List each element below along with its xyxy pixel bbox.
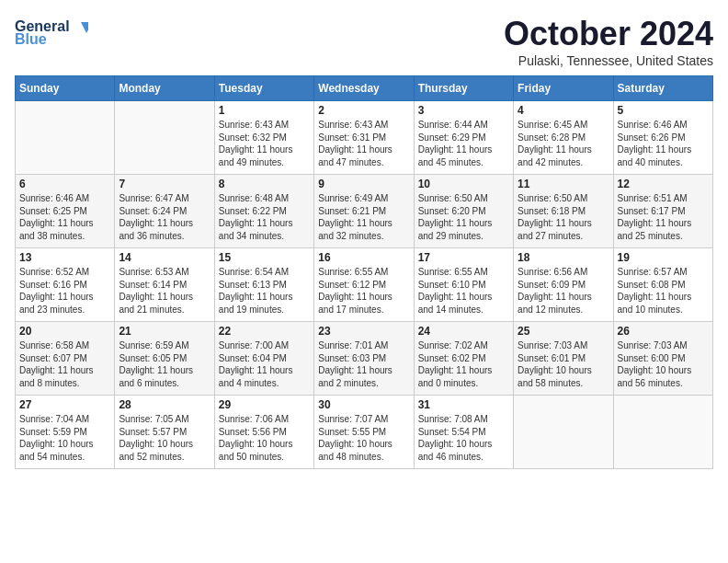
calendar-cell	[613, 396, 712, 469]
day-header-saturday: Saturday	[613, 76, 712, 101]
calendar-cell: 31Sunrise: 7:08 AM Sunset: 5:54 PM Dayli…	[414, 396, 513, 469]
day-number: 13	[19, 251, 110, 264]
day-number: 4	[518, 104, 609, 117]
calendar-cell: 20Sunrise: 6:58 AM Sunset: 6:07 PM Dayli…	[16, 322, 115, 396]
calendar-cell: 29Sunrise: 7:06 AM Sunset: 5:56 PM Dayli…	[214, 396, 313, 469]
day-number: 27	[19, 398, 110, 411]
day-info: Sunrise: 6:54 AM Sunset: 6:13 PM Dayligh…	[219, 266, 310, 316]
day-number: 20	[19, 325, 110, 338]
calendar-cell: 6Sunrise: 6:46 AM Sunset: 6:25 PM Daylig…	[16, 175, 115, 248]
day-info: Sunrise: 6:45 AM Sunset: 6:28 PM Dayligh…	[518, 119, 609, 168]
calendar-cell: 18Sunrise: 6:56 AM Sunset: 6:09 PM Dayli…	[514, 248, 613, 322]
calendar-cell: 16Sunrise: 6:55 AM Sunset: 6:12 PM Dayli…	[314, 248, 414, 322]
day-number: 3	[418, 104, 509, 117]
calendar-cell: 2Sunrise: 6:43 AM Sunset: 6:31 PM Daylig…	[314, 101, 414, 175]
day-info: Sunrise: 6:43 AM Sunset: 6:32 PM Dayligh…	[219, 119, 310, 168]
day-number: 8	[219, 178, 310, 190]
day-info: Sunrise: 6:44 AM Sunset: 6:29 PM Dayligh…	[418, 119, 509, 168]
calendar-cell: 22Sunrise: 7:00 AM Sunset: 6:04 PM Dayli…	[214, 322, 313, 396]
calendar-cell: 11Sunrise: 6:50 AM Sunset: 6:18 PM Dayli…	[514, 175, 613, 248]
day-number: 16	[318, 251, 409, 264]
day-number: 7	[119, 178, 210, 190]
day-info: Sunrise: 6:56 AM Sunset: 6:09 PM Dayligh…	[518, 266, 609, 316]
day-info: Sunrise: 7:07 AM Sunset: 5:55 PM Dayligh…	[318, 413, 409, 463]
day-number: 23	[318, 325, 409, 338]
location: Pulaski, Tennessee, United States	[504, 53, 713, 68]
day-info: Sunrise: 6:43 AM Sunset: 6:31 PM Dayligh…	[318, 119, 409, 168]
calendar-cell: 8Sunrise: 6:48 AM Sunset: 6:22 PM Daylig…	[214, 175, 313, 248]
day-info: Sunrise: 6:51 AM Sunset: 6:17 PM Dayligh…	[618, 192, 709, 242]
calendar-cell: 1Sunrise: 6:43 AM Sunset: 6:32 PM Daylig…	[214, 101, 313, 175]
day-number: 17	[418, 251, 509, 264]
day-info: Sunrise: 7:00 AM Sunset: 6:04 PM Dayligh…	[219, 339, 310, 389]
calendar-cell: 24Sunrise: 7:02 AM Sunset: 6:02 PM Dayli…	[414, 322, 513, 396]
day-number: 21	[119, 325, 210, 338]
week-row-3: 13Sunrise: 6:52 AM Sunset: 6:16 PM Dayli…	[16, 248, 713, 322]
day-header-tuesday: Tuesday	[214, 76, 313, 101]
calendar-cell: 21Sunrise: 6:59 AM Sunset: 6:05 PM Dayli…	[115, 322, 214, 396]
calendar-cell: 5Sunrise: 6:46 AM Sunset: 6:26 PM Daylig…	[613, 101, 712, 175]
day-info: Sunrise: 7:06 AM Sunset: 5:56 PM Dayligh…	[219, 413, 310, 463]
logo-icon: General Blue	[15, 15, 88, 48]
calendar-cell: 4Sunrise: 6:45 AM Sunset: 6:28 PM Daylig…	[514, 101, 613, 175]
svg-text:Blue: Blue	[15, 31, 47, 47]
day-header-thursday: Thursday	[414, 76, 513, 101]
calendar-cell: 10Sunrise: 6:50 AM Sunset: 6:20 PM Dayli…	[414, 175, 513, 248]
day-number: 28	[119, 398, 210, 411]
day-info: Sunrise: 6:58 AM Sunset: 6:07 PM Dayligh…	[19, 339, 110, 389]
day-info: Sunrise: 6:50 AM Sunset: 6:18 PM Dayligh…	[518, 192, 609, 242]
day-number: 5	[618, 104, 709, 117]
calendar-cell: 17Sunrise: 6:55 AM Sunset: 6:10 PM Dayli…	[414, 248, 513, 322]
day-header-monday: Monday	[115, 76, 214, 101]
day-info: Sunrise: 7:05 AM Sunset: 5:57 PM Dayligh…	[119, 413, 210, 463]
day-number: 29	[219, 398, 310, 411]
day-info: Sunrise: 7:03 AM Sunset: 6:01 PM Dayligh…	[518, 339, 609, 389]
title-block: October 2024 Pulaski, Tennessee, United …	[504, 15, 713, 68]
calendar-cell	[115, 101, 214, 175]
calendar-cell: 3Sunrise: 6:44 AM Sunset: 6:29 PM Daylig…	[414, 101, 513, 175]
day-info: Sunrise: 6:55 AM Sunset: 6:12 PM Dayligh…	[318, 266, 409, 316]
day-number: 9	[318, 178, 409, 190]
day-number: 18	[518, 251, 609, 264]
day-number: 26	[618, 325, 709, 338]
day-number: 31	[418, 398, 509, 411]
calendar-cell: 7Sunrise: 6:47 AM Sunset: 6:24 PM Daylig…	[115, 175, 214, 248]
day-info: Sunrise: 6:48 AM Sunset: 6:22 PM Dayligh…	[219, 192, 310, 242]
day-number: 6	[19, 178, 110, 190]
day-number: 24	[418, 325, 509, 338]
calendar-cell: 23Sunrise: 7:01 AM Sunset: 6:03 PM Dayli…	[314, 322, 414, 396]
calendar-table: SundayMondayTuesdayWednesdayThursdayFrid…	[15, 75, 713, 469]
day-number: 25	[518, 325, 609, 338]
svg-marker-2	[81, 22, 88, 33]
calendar-cell: 27Sunrise: 7:04 AM Sunset: 5:59 PM Dayli…	[16, 396, 115, 469]
day-info: Sunrise: 6:55 AM Sunset: 6:10 PM Dayligh…	[418, 266, 509, 316]
calendar-cell: 12Sunrise: 6:51 AM Sunset: 6:17 PM Dayli…	[613, 175, 712, 248]
day-number: 30	[318, 398, 409, 411]
day-number: 15	[219, 251, 310, 264]
calendar-cell: 26Sunrise: 7:03 AM Sunset: 6:00 PM Dayli…	[613, 322, 712, 396]
day-info: Sunrise: 6:49 AM Sunset: 6:21 PM Dayligh…	[318, 192, 409, 242]
calendar-cell: 13Sunrise: 6:52 AM Sunset: 6:16 PM Dayli…	[16, 248, 115, 322]
calendar-cell	[16, 101, 115, 175]
week-row-1: 1Sunrise: 6:43 AM Sunset: 6:32 PM Daylig…	[16, 101, 713, 175]
week-row-4: 20Sunrise: 6:58 AM Sunset: 6:07 PM Dayli…	[16, 322, 713, 396]
day-number: 22	[219, 325, 310, 338]
day-header-wednesday: Wednesday	[314, 76, 414, 101]
day-header-friday: Friday	[514, 76, 613, 101]
calendar-cell: 9Sunrise: 6:49 AM Sunset: 6:21 PM Daylig…	[314, 175, 414, 248]
calendar-cell: 19Sunrise: 6:57 AM Sunset: 6:08 PM Dayli…	[613, 248, 712, 322]
week-row-5: 27Sunrise: 7:04 AM Sunset: 5:59 PM Dayli…	[16, 396, 713, 469]
logo: General Blue	[15, 15, 88, 48]
day-number: 14	[119, 251, 210, 264]
day-info: Sunrise: 7:01 AM Sunset: 6:03 PM Dayligh…	[318, 339, 409, 389]
day-info: Sunrise: 6:46 AM Sunset: 6:25 PM Dayligh…	[19, 192, 110, 242]
page-header: General Blue October 2024 Pulaski, Tenne…	[15, 15, 713, 68]
day-number: 12	[618, 178, 709, 190]
day-number: 1	[219, 104, 310, 117]
month-title: October 2024	[504, 15, 713, 53]
day-info: Sunrise: 6:59 AM Sunset: 6:05 PM Dayligh…	[119, 339, 210, 389]
day-number: 11	[518, 178, 609, 190]
day-number: 10	[418, 178, 509, 190]
day-header-sunday: Sunday	[16, 76, 115, 101]
calendar-cell: 28Sunrise: 7:05 AM Sunset: 5:57 PM Dayli…	[115, 396, 214, 469]
